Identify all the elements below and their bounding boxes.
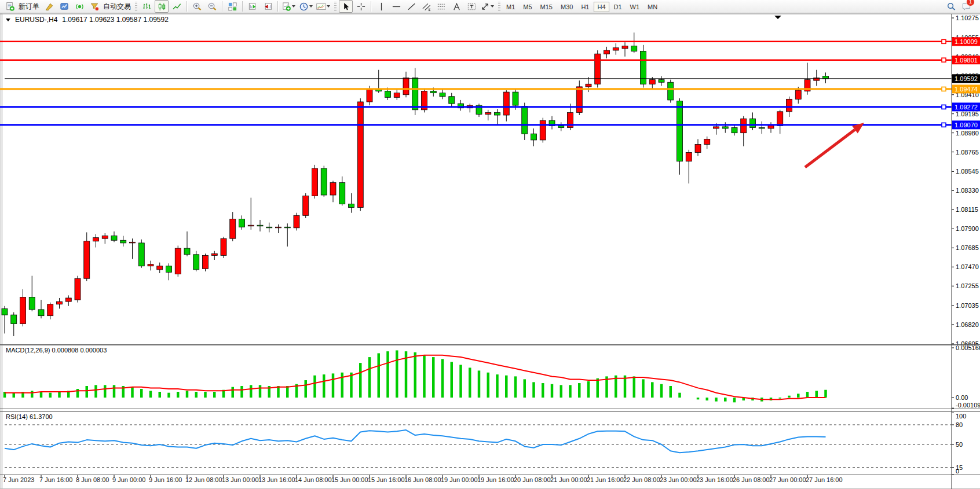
time-axis-label: 9 Jun 16:00: [149, 476, 182, 483]
market-watch-icon: [60, 2, 70, 12]
arrows-button[interactable]: [480, 0, 496, 13]
dropdown-caret-icon: [491, 5, 494, 8]
profile-next-button[interactable]: [246, 0, 259, 13]
new-order-label[interactable]: 新订单: [19, 2, 39, 12]
price-axis-label: 1.09195: [956, 111, 979, 117]
text-button[interactable]: [449, 0, 463, 13]
vertical-line-button[interactable]: [374, 0, 388, 13]
channel-button[interactable]: [419, 0, 433, 13]
toolbar-separator: [187, 1, 187, 12]
auto-trading-button[interactable]: [87, 0, 101, 13]
search-button[interactable]: [944, 0, 958, 13]
crosshair-button[interactable]: [354, 0, 368, 13]
candle-body: [795, 90, 801, 99]
candlestick-chart-button[interactable]: [155, 0, 169, 13]
cursor-button[interactable]: [339, 0, 353, 13]
price-axis-label: 1.07685: [956, 244, 979, 251]
candle-body: [157, 266, 163, 270]
time-axis-label: 23 Jun 16:00: [696, 476, 733, 483]
template-icon: [316, 2, 326, 12]
auto-trading-label[interactable]: 自动交易: [103, 2, 131, 12]
timeframe-m30[interactable]: M30: [557, 2, 576, 12]
main-toolbar: 新订单 自动交易: [0, 0, 980, 13]
timeframe-m1[interactable]: M1: [503, 2, 518, 12]
trendline-button[interactable]: [404, 0, 418, 13]
editor-button[interactable]: [42, 0, 56, 13]
symbol-dropdown-icon[interactable]: [6, 19, 10, 21]
price-axis-label: 1.10275: [956, 14, 979, 21]
toolbar-grip[interactable]: [334, 2, 337, 11]
candle-body: [576, 87, 582, 112]
line-drag-handle[interactable]: [942, 123, 946, 127]
candle-body: [540, 120, 546, 140]
timeframe-d1[interactable]: D1: [610, 2, 626, 12]
timeframe-m5[interactable]: M5: [520, 2, 535, 12]
bar-chart-button[interactable]: [140, 0, 153, 13]
candle-body: [495, 112, 500, 115]
time-axis-label: 15 Jun 00:00: [331, 476, 368, 483]
chart-canvas[interactable]: 1.102751.100551.098401.096251.094101.091…: [0, 0, 980, 489]
timeframe-mn[interactable]: MN: [644, 2, 661, 12]
timeframe-m15[interactable]: M15: [537, 2, 556, 12]
equidistant-channel-icon: [422, 2, 432, 12]
toolbar-grip[interactable]: [498, 2, 500, 11]
candle-body: [732, 127, 737, 133]
auto-trading-icon: [90, 2, 100, 12]
candle-body: [777, 112, 783, 126]
line-drag-handle[interactable]: [942, 39, 946, 43]
new-chart-button[interactable]: [281, 0, 297, 13]
timeframe-h1[interactable]: H1: [577, 2, 593, 12]
time-axis-label: 7 Jun 2023: [3, 476, 34, 483]
candle-body: [120, 240, 126, 243]
price-badge-label: 1.09592: [955, 75, 978, 82]
chat-notification-badge: 1: [966, 0, 975, 6]
price-axis-label: 1.08545: [956, 168, 979, 175]
line-drag-handle[interactable]: [942, 87, 946, 91]
candle-body: [595, 54, 601, 84]
horizontal-line-icon: [392, 2, 401, 12]
zoom-in-button[interactable]: [190, 0, 204, 13]
dropdown-caret-icon: [309, 5, 313, 8]
timeframe-w1[interactable]: W1: [627, 2, 643, 12]
candle-body: [138, 243, 144, 266]
market-watch-button[interactable]: [57, 0, 71, 13]
candlestick-icon: [157, 2, 167, 12]
chat-button[interactable]: 1: [959, 0, 973, 13]
templates-button[interactable]: [316, 0, 332, 13]
time-axis-label: 21 Jun 00:00: [550, 476, 587, 483]
timeframe-clock-button[interactable]: [298, 0, 315, 13]
label-button[interactable]: [465, 0, 478, 13]
horizontal-line-button[interactable]: [389, 0, 403, 13]
new-order-button[interactable]: [3, 0, 17, 13]
candle-body: [403, 78, 409, 95]
new-chart-icon: [281, 2, 291, 12]
bar-chart-icon: [142, 2, 152, 12]
macd-axis-label: 0.00: [956, 394, 968, 401]
line-drag-handle[interactable]: [942, 58, 946, 62]
candle-body: [230, 219, 236, 238]
candle-body: [330, 183, 336, 195]
candle-body: [430, 91, 436, 93]
toolbar-grip[interactable]: [135, 2, 137, 11]
candle-body: [787, 99, 792, 111]
tile-windows-button[interactable]: [225, 0, 239, 13]
clock-icon: [299, 2, 309, 12]
zoom-out-button[interactable]: [205, 0, 219, 13]
line-chart-button[interactable]: [170, 0, 184, 13]
candle-body: [741, 119, 747, 133]
candle-body: [531, 134, 537, 140]
candle-body: [385, 91, 391, 98]
fibonacci-button[interactable]: [434, 0, 448, 13]
candle-body: [38, 310, 44, 316]
timeframe-h4[interactable]: H4: [594, 2, 609, 12]
candle-body: [276, 227, 281, 228]
rsi-indicator-label: RSI(14) 61.3700: [6, 413, 53, 420]
candle-body: [57, 302, 63, 304]
arrows-icon: [480, 2, 490, 12]
time-axis-label: 20 Jun 08:00: [514, 476, 551, 483]
cursor-icon: [341, 2, 351, 12]
profile-prev-button[interactable]: [261, 0, 275, 13]
signals-button[interactable]: [72, 0, 86, 13]
line-drag-handle[interactable]: [942, 105, 946, 109]
candle-body: [266, 227, 272, 228]
